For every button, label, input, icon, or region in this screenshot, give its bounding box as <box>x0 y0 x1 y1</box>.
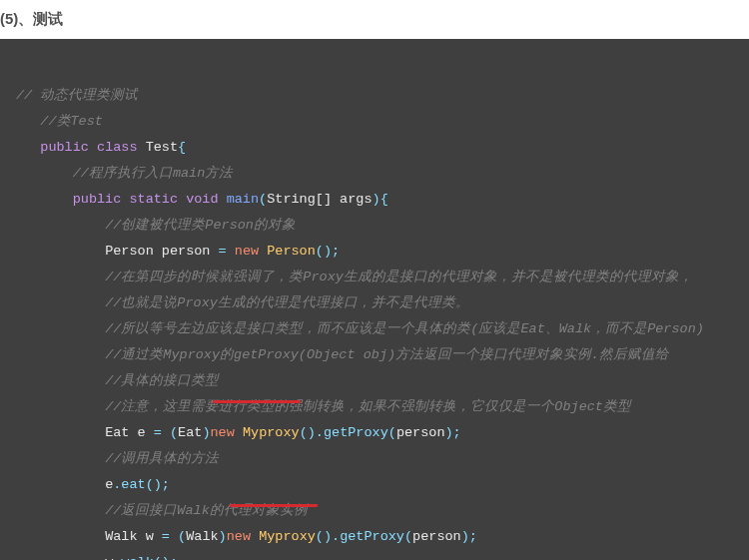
paren: ) <box>202 425 210 440</box>
paren: ) <box>445 425 453 440</box>
keyword-new: new <box>227 529 251 544</box>
parens: () <box>146 477 162 492</box>
comment-line: //所以等号左边应该是接口类型，而不应该是一个具体的类(应该是Eat、Walk，… <box>105 321 704 336</box>
argument: person <box>412 529 461 544</box>
argument: person <box>396 425 445 440</box>
comment-line: //也就是说Proxy生成的代理是代理接口，并不是代理类。 <box>105 295 469 310</box>
paren: ) <box>373 192 380 207</box>
paren: ) <box>219 529 227 544</box>
paren: ) <box>461 529 469 544</box>
paren: ( <box>404 529 412 544</box>
class-name: Test <box>146 140 178 155</box>
comment-line: //程序执行入口main方法 <box>73 166 234 181</box>
keyword: class <box>97 140 138 155</box>
parens: () <box>300 425 316 440</box>
operator: = <box>154 425 162 440</box>
code-block: // 动态代理类测试 //类Test public class Test{ //… <box>0 39 749 560</box>
method-call: getProxy <box>340 529 404 544</box>
paren: ( <box>388 425 396 440</box>
underline-annotation <box>230 504 318 507</box>
semicolon: ; <box>453 425 461 440</box>
comment-line: //类Test <box>40 114 103 129</box>
cast-type: Eat <box>178 425 202 440</box>
ctor-name: Person <box>267 244 316 259</box>
section-heading: (5)、测试 <box>0 0 749 39</box>
comment-line: //在第四步的时候就强调了，类Proxy生成的是接口的代理对象，并不是被代理类的… <box>105 270 693 284</box>
semicolon: ; <box>170 555 178 560</box>
semicolon: ; <box>162 477 170 492</box>
keyword: void <box>186 192 218 207</box>
method-call: eat <box>121 477 145 492</box>
type-name: Eat <box>105 425 129 440</box>
dot: . <box>316 425 324 440</box>
underline-annotation <box>213 400 301 403</box>
comment-line: //注意，这里需要进行类型的强制转换，如果不强制转换，它仅仅是一个Object类… <box>105 399 631 414</box>
paren: ( <box>170 425 178 440</box>
variable: e <box>138 425 146 440</box>
keyword: public <box>40 140 89 155</box>
ctor-name: Myproxy <box>259 529 316 544</box>
keyword-new: new <box>211 425 235 440</box>
variable: w <box>146 529 154 544</box>
paren: ( <box>259 192 267 207</box>
comment-line: // 动态代理类测试 <box>16 88 138 103</box>
brace: { <box>178 140 186 155</box>
type-name: Person <box>105 244 154 259</box>
operator: = <box>162 529 170 544</box>
method-name: main <box>227 192 259 207</box>
operator: = <box>219 244 227 259</box>
dot: . <box>332 529 340 544</box>
brace: { <box>380 192 388 207</box>
ctor-name: Myproxy <box>243 425 300 440</box>
method-call: walk <box>121 555 153 560</box>
variable: person <box>162 244 211 259</box>
keyword-new: new <box>235 244 259 259</box>
keyword: static <box>129 192 178 207</box>
cast-type: Walk <box>186 529 218 544</box>
comment-line: //通过类Myproxy的getProxy(Object obj)方法返回一个接… <box>105 347 669 362</box>
semicolon: ; <box>469 529 477 544</box>
parens: () <box>154 555 170 560</box>
keyword: public <box>73 192 122 207</box>
parens: () <box>316 529 332 544</box>
parens: () <box>316 244 332 259</box>
comment-line: //具体的接口类型 <box>105 373 219 388</box>
semicolon: ; <box>332 244 340 259</box>
comment-line: //创建被代理类Person的对象 <box>105 218 296 233</box>
param: String[] args <box>267 192 372 207</box>
type-name: Walk <box>105 529 137 544</box>
paren: ( <box>178 529 186 544</box>
comment-line: //调用具体的方法 <box>105 451 219 466</box>
method-call: getProxy <box>324 425 388 440</box>
